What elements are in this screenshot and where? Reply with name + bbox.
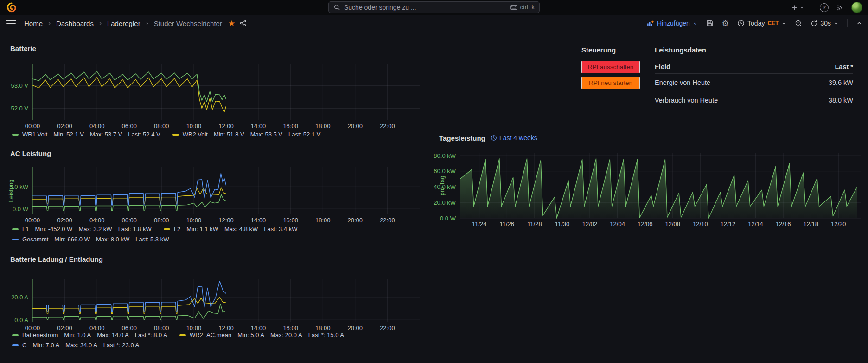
svg-text:0.0 W: 0.0 W xyxy=(13,206,29,213)
svg-text:10:00: 10:00 xyxy=(186,123,202,130)
svg-text:18:00: 18:00 xyxy=(315,217,331,224)
svg-text:11/26: 11/26 xyxy=(500,220,515,227)
help-icon[interactable]: ? xyxy=(820,3,829,12)
svg-text:20:00: 20:00 xyxy=(348,123,363,130)
dashboard-settings-button[interactable]: ⚙ xyxy=(722,19,729,27)
rpi-ausschalten-button[interactable]: RPI ausschalten xyxy=(581,61,640,73)
svg-text:16:00: 16:00 xyxy=(283,217,298,224)
breadcrumb-separator-icon xyxy=(145,21,150,26)
svg-text:12/16: 12/16 xyxy=(776,220,791,227)
breadcrumb-dashboards[interactable]: Dashboards xyxy=(56,19,94,27)
svg-text:40.0 kW: 40.0 kW xyxy=(434,183,456,190)
panel-title-tagesleistung[interactable]: Tagesleistung xyxy=(439,134,485,142)
legend-series-label: WR2_AC.mean xyxy=(190,331,231,338)
legend-stat: Last: 5.3 kW xyxy=(135,236,169,243)
favorite-star-icon[interactable]: ★ xyxy=(228,19,235,28)
svg-text:08:00: 08:00 xyxy=(154,123,169,130)
svg-text:20.0 kW: 20.0 kW xyxy=(434,199,456,206)
panel-title-leistungsdaten[interactable]: Leistungsdaten xyxy=(655,46,706,54)
breadcrumb-dashboard-title[interactable]: Studer Wechselrichter xyxy=(154,19,222,27)
series-color-swatch xyxy=(12,344,19,346)
clock-icon xyxy=(491,135,497,141)
series-color-swatch xyxy=(179,334,186,336)
legend-stat: Min: 5.0 A xyxy=(237,331,264,338)
ladung-legend: BatteriestromMin: 1.0 AMax: 14.0 ALast *… xyxy=(12,331,344,349)
panel-title-ladung[interactable]: Batterie Ladung / Entladung xyxy=(10,255,103,263)
panel-title-ac-leistung[interactable]: AC Leistung xyxy=(10,149,51,157)
mega-menu-toggle[interactable] xyxy=(6,20,16,26)
charts-layer: 52.0 V53.0 V00:0002:0004:0006:0008:0010:… xyxy=(0,0,868,363)
legend-item-batteriestrom[interactable]: BatteriestromMin: 1.0 AMax: 14.0 ALast *… xyxy=(12,331,167,338)
legend-item-wr2-ac-mean[interactable]: WR2_AC.meanMin: 5.0 AMax: 20.0 ALast *: … xyxy=(179,331,344,338)
chevron-down-icon xyxy=(834,21,839,26)
svg-text:06:00: 06:00 xyxy=(121,324,137,331)
svg-text:12:00: 12:00 xyxy=(218,123,234,130)
user-avatar[interactable] xyxy=(851,2,862,13)
gear-icon: ⚙ xyxy=(722,19,729,27)
legend-stat: Max: 4.8 kW xyxy=(224,226,258,233)
svg-text:12:00: 12:00 xyxy=(218,217,234,224)
legend-stat: Max: 53.7 V xyxy=(90,131,122,138)
zoom-out-button[interactable] xyxy=(795,19,802,27)
zoom-out-icon xyxy=(795,19,802,27)
add-panel-button[interactable]: Hinzufügen xyxy=(646,19,698,27)
legend-item-l2[interactable]: L2Min: 1.1 kWMax: 4.8 kWLast: 3.4 kW xyxy=(164,226,298,233)
grafana-logo[interactable] xyxy=(6,2,17,13)
svg-text:0.0 W: 0.0 W xyxy=(440,215,456,222)
panel-title-steuerung[interactable]: Steuerung xyxy=(581,46,616,54)
svg-text:08:00: 08:00 xyxy=(154,324,169,331)
svg-text:12/12: 12/12 xyxy=(721,220,736,227)
legend-item-c[interactable]: CMin: 7.0 AMax: 34.0 ALast *: 23.0 A xyxy=(12,342,139,349)
refresh-picker[interactable]: 30s xyxy=(811,19,839,27)
leistungsdaten-table: Field Last * Energie von Heute 39.6 kW V… xyxy=(655,60,853,109)
grafana-flame-icon xyxy=(6,2,17,13)
top-navbar: Suche oder springe zu ... ctrl+k xyxy=(0,0,868,15)
search-input[interactable]: Suche oder springe zu ... ctrl+k xyxy=(328,1,540,13)
share-icon[interactable] xyxy=(239,19,247,27)
svg-text:14:00: 14:00 xyxy=(251,217,266,224)
tagesleistung-chart[interactable]: 0.0 W20.0 kW40.0 kW60.0 kW80.0 kW11/2411… xyxy=(434,152,861,227)
legend-series-label: L2 xyxy=(174,226,180,233)
legend-item-wr1-volt[interactable]: WR1 VoltMin: 52.1 VMax: 53.7 VLast: 52.4… xyxy=(12,131,160,138)
breadcrumb-folder[interactable]: Laderegler xyxy=(107,19,140,27)
search-shortcut: ctrl+k xyxy=(510,4,535,11)
legend-item-l1[interactable]: L1Min: -452.0 WMax: 3.2 kWLast: 1.8 kW xyxy=(12,226,152,233)
time-range-picker[interactable]: Today CET xyxy=(737,19,786,27)
svg-text:pro Tag: pro Tag xyxy=(439,175,446,195)
table-header-field: Field xyxy=(655,63,670,71)
save-icon xyxy=(706,19,714,27)
ladung-chart[interactable]: 0.0 A20.0 A00:0002:0004:0006:0008:0010:0… xyxy=(11,279,420,331)
kiosk-mode-button[interactable] xyxy=(856,20,862,26)
news-button[interactable] xyxy=(836,4,844,12)
series-color-swatch xyxy=(12,334,19,336)
legend-series-label: C xyxy=(22,342,26,349)
tagesleistung-time-link[interactable]: Last 4 weeks xyxy=(491,134,537,142)
svg-text:04:00: 04:00 xyxy=(89,217,105,224)
breadcrumb: Home Dashboards Laderegler Studer Wechse… xyxy=(24,15,247,32)
legend-item-gesammt[interactable]: GesammtMin: 666.0 WMax: 8.0 kWLast: 5.3 … xyxy=(12,236,169,243)
dashboard-toolbar: Home Dashboards Laderegler Studer Wechse… xyxy=(0,15,868,32)
svg-text:12/14: 12/14 xyxy=(748,220,763,227)
breadcrumb-home[interactable]: Home xyxy=(24,19,43,27)
svg-text:11/30: 11/30 xyxy=(555,220,570,227)
svg-text:12:00: 12:00 xyxy=(218,324,234,331)
save-dashboard-button[interactable] xyxy=(706,19,714,27)
svg-text:04:00: 04:00 xyxy=(89,324,105,331)
svg-text:06:00: 06:00 xyxy=(121,123,137,130)
legend-stat: Max: 14.0 A xyxy=(97,331,129,338)
svg-text:12/10: 12/10 xyxy=(693,220,708,227)
keyboard-icon xyxy=(510,5,517,10)
legend-stat: Last *: 23.0 A xyxy=(103,342,139,349)
legend-stat: Min: 666.0 W xyxy=(54,236,90,243)
svg-text:12/04: 12/04 xyxy=(610,220,625,227)
series-color-swatch xyxy=(12,228,19,230)
panel-title-batterie[interactable]: Batterie xyxy=(10,45,36,52)
new-item-button[interactable] xyxy=(791,4,804,11)
legend-item-wr2-volt[interactable]: WR2 VoltMin: 51.8 VMax: 53.5 VLast: 52.1… xyxy=(172,131,321,138)
rpi-neu-starten-button[interactable]: RPI neu starten xyxy=(581,77,640,89)
ac-leistung-chart[interactable]: 0.0 W5.0 kW00:0002:0004:0006:0008:0010:0… xyxy=(7,167,420,224)
svg-text:20.0 A: 20.0 A xyxy=(11,294,28,301)
batterie-chart[interactable]: 52.0 V53.0 V00:0002:0004:0006:0008:0010:… xyxy=(11,64,420,130)
svg-text:12/20: 12/20 xyxy=(831,220,846,227)
svg-text:11/28: 11/28 xyxy=(527,220,542,227)
